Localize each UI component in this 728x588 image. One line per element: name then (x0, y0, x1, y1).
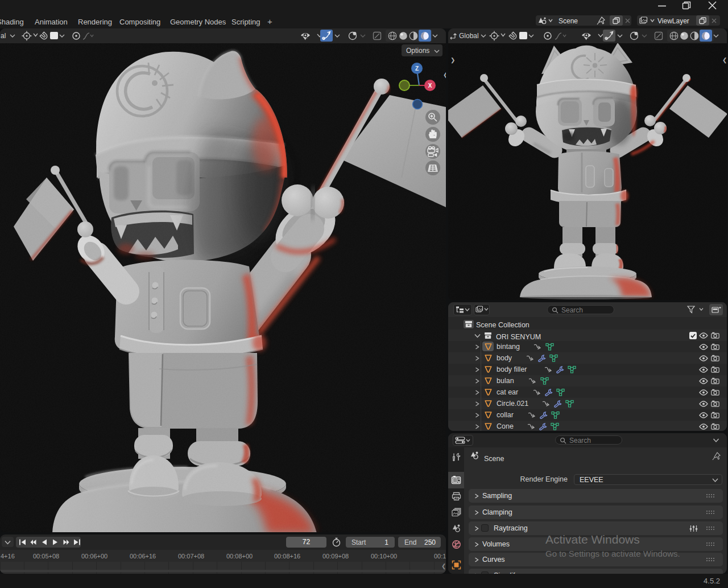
svg-text:Z: Z (415, 65, 419, 72)
svg-text:❯: ❯ (450, 57, 455, 64)
svg-text:X: X (428, 83, 432, 89)
svg-text:❮: ❮ (443, 72, 446, 79)
svg-text:❮: ❮ (722, 57, 727, 64)
